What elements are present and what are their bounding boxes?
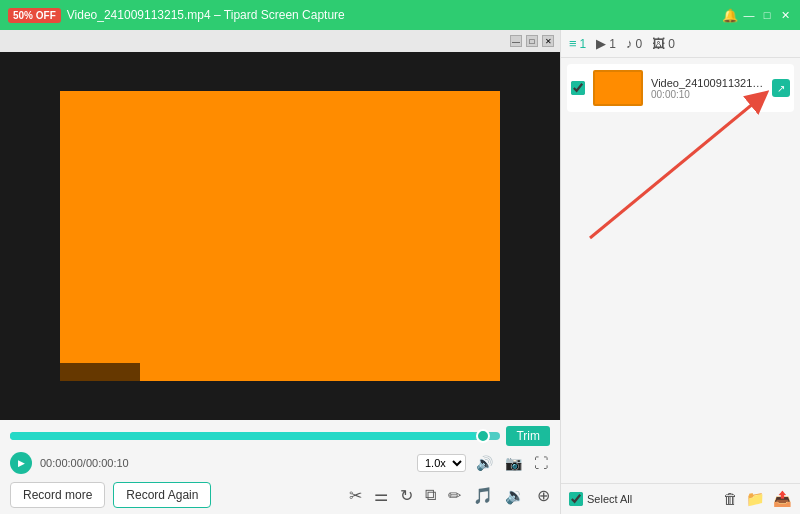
right-panel: ≡ 1 ▶ 1 ♪ 0 🖼 0 Video_241009113215 xyxy=(560,30,800,514)
controls-area: Trim ▶ 00:00:00/00:00:10 1.0x 0.5x 1.5x … xyxy=(0,420,560,514)
play-button[interactable]: ▶ xyxy=(10,452,32,474)
right-bottom-toolbar: Select All 🗑 📁 📤 xyxy=(561,483,800,514)
list-icon: ≡ xyxy=(569,36,577,51)
file-thumbnail xyxy=(593,70,643,106)
progress-row: Trim xyxy=(10,426,550,446)
tab-list-count: 1 xyxy=(580,37,587,51)
camera-button[interactable]: 📷 xyxy=(503,453,524,473)
progress-handle[interactable] xyxy=(476,429,490,443)
more-icon[interactable]: ⊕ xyxy=(537,486,550,505)
inner-titlebar: — □ ✕ xyxy=(0,30,560,52)
left-panel: — □ ✕ Trim ▶ 00:00:00/ xyxy=(0,30,560,514)
tab-audio-count: 0 xyxy=(635,37,642,51)
select-all-row: Select All xyxy=(569,492,632,506)
video-display xyxy=(60,91,500,381)
tab-image-count: 0 xyxy=(668,37,675,51)
video-area xyxy=(0,52,560,420)
main-container: — □ ✕ Trim ▶ 00:00:00/ xyxy=(0,30,800,514)
file-checkbox[interactable] xyxy=(571,81,585,95)
file-duration: 00:00:10 xyxy=(651,89,764,100)
file-name: Video_241009113215.mp4 xyxy=(651,77,764,89)
folder-icon[interactable]: 📁 xyxy=(746,490,765,508)
rotate-icon[interactable]: ↻ xyxy=(400,486,413,505)
action-row: Record more Record Again ✂ ⚌ ↻ ⧉ ✏ 🎵 🔉 ⊕ xyxy=(10,482,550,508)
titlebar: 50% OFF Video_241009113215.mp4 – Tipard … xyxy=(0,0,800,30)
playback-row: ▶ 00:00:00/00:00:10 1.0x 0.5x 1.5x 2.0x … xyxy=(10,452,550,474)
time-display: 00:00:00/00:00:10 xyxy=(40,457,129,469)
fullscreen-button[interactable]: ⛶ xyxy=(532,453,550,473)
export-all-icon[interactable]: 📤 xyxy=(773,490,792,508)
svg-line-1 xyxy=(590,98,760,238)
edit-icon[interactable]: ✏ xyxy=(448,486,461,505)
inner-maximize-button[interactable]: □ xyxy=(526,35,538,47)
video-dark-bar xyxy=(60,363,140,381)
progress-fill xyxy=(10,432,476,440)
progress-bar[interactable] xyxy=(10,432,500,440)
toolbar-icons: 🗑 📁 📤 xyxy=(723,490,792,508)
record-more-button[interactable]: Record more xyxy=(10,482,105,508)
maximize-button[interactable]: □ xyxy=(760,8,774,22)
bell-icon: 🔔 xyxy=(722,8,738,23)
select-all-label: Select All xyxy=(587,493,632,505)
audio-icon[interactable]: 🎵 xyxy=(473,486,493,505)
tab-audio[interactable]: ♪ 0 xyxy=(626,36,642,51)
bottom-icons: ✂ ⚌ ↻ ⧉ ✏ 🎵 🔉 ⊕ xyxy=(349,486,550,505)
tab-image[interactable]: 🖼 0 xyxy=(652,36,675,51)
image-tab-icon: 🖼 xyxy=(652,36,665,51)
trim-button[interactable]: Trim xyxy=(506,426,550,446)
tab-list[interactable]: ≡ 1 xyxy=(569,36,586,51)
adjust-icon[interactable]: ⚌ xyxy=(374,486,388,505)
cut-icon[interactable]: ✂ xyxy=(349,486,362,505)
inner-close-button[interactable]: ✕ xyxy=(542,35,554,47)
file-list: Video_241009113215.mp4 00:00:10 ↗ xyxy=(561,58,800,483)
audio-tab-icon: ♪ xyxy=(626,36,633,51)
tab-video-count: 1 xyxy=(609,37,616,51)
titlebar-left: 50% OFF Video_241009113215.mp4 – Tipard … xyxy=(8,8,345,23)
close-button[interactable]: ✕ xyxy=(778,8,792,22)
delete-icon[interactable]: 🗑 xyxy=(723,490,738,508)
volume-adjust-icon[interactable]: 🔉 xyxy=(505,486,525,505)
volume-button[interactable]: 🔊 xyxy=(474,453,495,473)
select-all-checkbox[interactable] xyxy=(569,492,583,506)
promo-badge: 50% OFF xyxy=(8,8,61,23)
file-info: Video_241009113215.mp4 00:00:10 xyxy=(651,77,764,100)
minimize-button[interactable]: — xyxy=(742,8,756,22)
speed-select[interactable]: 1.0x 0.5x 1.5x 2.0x xyxy=(417,454,466,472)
file-export-button[interactable]: ↗ xyxy=(772,79,790,97)
copy-icon[interactable]: ⧉ xyxy=(425,486,436,505)
inner-minimize-button[interactable]: — xyxy=(510,35,522,47)
tab-video[interactable]: ▶ 1 xyxy=(596,36,616,51)
record-again-button[interactable]: Record Again xyxy=(113,482,211,508)
titlebar-controls: 🔔 — □ ✕ xyxy=(722,8,792,23)
tabs-row: ≡ 1 ▶ 1 ♪ 0 🖼 0 xyxy=(561,30,800,58)
video-icon: ▶ xyxy=(596,36,606,51)
title-text: Video_241009113215.mp4 – Tipard Screen C… xyxy=(67,8,345,22)
list-item: Video_241009113215.mp4 00:00:10 ↗ xyxy=(567,64,794,112)
